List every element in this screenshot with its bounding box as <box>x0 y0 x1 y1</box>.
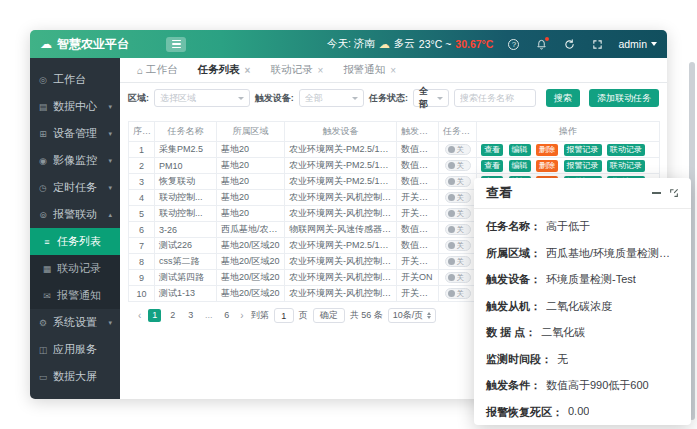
column-header: 任务状态 <box>439 122 477 142</box>
sidebar-item-label: 联动记录 <box>57 261 101 276</box>
task-status-toggle[interactable]: 关 <box>445 272 471 283</box>
cell-trigger-condition: 开关ON <box>397 270 439 286</box>
linkage-record-button[interactable]: 联动记录 <box>607 160 645 172</box>
field-value: 二氧化碳 <box>541 325 585 340</box>
sidebar-item-label: 应用服务 <box>53 342 97 357</box>
task-status-toggle[interactable]: 关 <box>445 176 471 187</box>
minimize-icon[interactable] <box>652 192 661 194</box>
task-status-toggle[interactable]: 关 <box>445 192 471 203</box>
goto-confirm-button[interactable]: 确定 <box>313 308 345 323</box>
sidebar-item-data-center[interactable]: ▤ 数据中心 ▾ <box>30 93 120 120</box>
maximize-icon[interactable] <box>669 188 679 198</box>
delete-button[interactable]: 删除 <box>536 144 558 156</box>
toggle-off-label: 关 <box>457 194 465 202</box>
add-linkage-task-button[interactable]: 添加联动任务 <box>589 89 659 107</box>
cell-trigger-condition: 开关OFF <box>397 254 439 270</box>
goto-page-input[interactable] <box>274 308 294 323</box>
tab-close-icon[interactable]: × <box>317 65 323 76</box>
sidebar-collapse-button[interactable] <box>166 37 186 52</box>
column-header: 序号 <box>129 122 155 142</box>
cell-trigger-device: 物联网网关-风速传感器-风速 <box>285 222 397 238</box>
page-button[interactable]: 2 <box>166 309 179 322</box>
task-status-toggle[interactable]: 关 <box>445 208 471 219</box>
task-status-toggle[interactable]: 关 <box>445 256 471 267</box>
task-status-toggle[interactable]: 关 <box>445 240 471 251</box>
page-size-value: 10条/页 <box>393 309 424 322</box>
region-select[interactable]: 选择区域 <box>154 89 250 107</box>
tab-label: 联动记录 <box>270 63 312 77</box>
view-button[interactable]: 查看 <box>481 144 503 156</box>
cell-region: 基地20 <box>217 174 285 190</box>
sidebar-subitem-alarm-notice[interactable]: ✉ 报警通知 <box>30 282 120 309</box>
sidebar-item-video-monitoring[interactable]: ◉ 影像监控 ▾ <box>30 147 120 174</box>
edit-button[interactable]: 编辑 <box>509 144 531 156</box>
tab-linkage-records[interactable]: 联动记录 × <box>261 58 332 82</box>
cell-task-status: 关 <box>439 254 477 270</box>
sidebar-item-workbench[interactable]: ◎ 工作台 <box>30 66 120 93</box>
alarm-record-button[interactable]: 报警记录 <box>564 144 602 156</box>
cell-task-status: 关 <box>439 190 477 206</box>
sidebar-item-device-management[interactable]: ⊞ 设备管理 ▾ <box>30 120 120 147</box>
dialog-field: 所属区域： 西瓜基地/环境质量检测系统 <box>486 246 679 261</box>
page-unit-label: 页 <box>299 309 308 322</box>
sidebar-item-alarm-linkage[interactable]: ⊚ 报警联动 ▴ <box>30 201 120 228</box>
sidebar-item-app-services[interactable]: ◫ 应用服务 <box>30 336 120 363</box>
help-button[interactable]: ? <box>506 37 521 52</box>
cell-operations: 查看 编辑 删除 报警记录 联动记录 <box>477 142 660 158</box>
cell-task-name: 测试第四路 <box>155 270 217 286</box>
toggle-knob-icon <box>448 274 455 281</box>
sidebar-item-label: 工作台 <box>53 72 86 87</box>
cell-region: 基地20/区域20 <box>217 270 285 286</box>
view-button[interactable]: 查看 <box>481 160 503 172</box>
tab-close-icon[interactable]: × <box>390 65 396 76</box>
trigger-device-select[interactable]: 全部 <box>299 89 364 107</box>
tab-workbench[interactable]: ⌂ 工作台 × <box>128 58 187 82</box>
prev-page-button[interactable]: ‹ <box>136 310 143 321</box>
search-button[interactable]: 搜索 <box>546 89 580 107</box>
sidebar-subitem-task-list[interactable]: ≡ 任务列表 <box>30 228 120 255</box>
task-status-toggle[interactable]: 关 <box>445 144 471 155</box>
toggle-knob-icon <box>448 162 455 169</box>
dialog-title: 查看 <box>486 184 512 202</box>
user-menu[interactable]: admin <box>618 38 657 50</box>
weather-temp-low: 23°C ~ <box>419 38 452 50</box>
task-status-toggle[interactable]: 关 <box>445 160 471 171</box>
sidebar-item-label: 数据中心 <box>53 99 97 114</box>
cell-trigger-condition: 数值高于... <box>397 222 439 238</box>
delete-button[interactable]: 删除 <box>536 160 558 172</box>
notifications-button[interactable] <box>534 37 549 52</box>
task-search-input[interactable] <box>454 89 536 107</box>
page-size-select[interactable]: 10条/页 <box>388 308 437 323</box>
sidebar-subitem-linkage-records[interactable]: ▦ 联动记录 <box>30 255 120 282</box>
dashboard-icon: ◎ <box>38 75 48 85</box>
cell-region: 基地20 <box>217 206 285 222</box>
cell-task-name: 联动控制... <box>155 206 217 222</box>
linkage-record-button[interactable]: 联动记录 <box>607 144 645 156</box>
refresh-icon <box>564 39 575 50</box>
tab-strip: ⌂ 工作台 × 任务列表 × 联动记录 × <box>120 58 667 83</box>
cell-task-status: 关 <box>439 142 477 158</box>
tab-task-list[interactable]: 任务列表 × <box>189 58 260 82</box>
page-button[interactable]: ... <box>202 309 215 322</box>
tab-close-icon[interactable]: × <box>245 65 251 76</box>
task-status-select[interactable]: 全部 <box>413 89 449 107</box>
tab-alarm-notice[interactable]: 报警通知 × <box>334 58 405 82</box>
next-page-button[interactable]: › <box>238 310 245 321</box>
page-button[interactable]: 6 <box>220 309 233 322</box>
edit-button[interactable]: 编辑 <box>509 160 531 172</box>
sidebar-item-scheduled-tasks[interactable]: ◷ 定时任务 ▾ <box>30 174 120 201</box>
chevron-down-icon <box>238 97 244 100</box>
task-status-toggle[interactable]: 关 <box>445 288 471 299</box>
sidebar-item-label: 系统设置 <box>53 315 97 330</box>
page-button[interactable]: 1 <box>148 309 161 322</box>
fullscreen-button[interactable] <box>590 37 605 52</box>
sidebar-item-system-settings[interactable]: ⚙ 系统设置 ▾ <box>30 309 120 336</box>
sidebar-item-data-screen[interactable]: ▭ 数据大屏 <box>30 363 120 390</box>
page-button[interactable]: 3 <box>184 309 197 322</box>
toggle-off-label: 关 <box>457 242 465 250</box>
task-status-toggle[interactable]: 关 <box>445 224 471 235</box>
alarm-record-button[interactable]: 报警记录 <box>564 160 602 172</box>
refresh-button[interactable] <box>562 37 577 52</box>
task-status-label: 任务状态: <box>369 92 408 105</box>
app-box-icon: ◫ <box>38 345 48 355</box>
